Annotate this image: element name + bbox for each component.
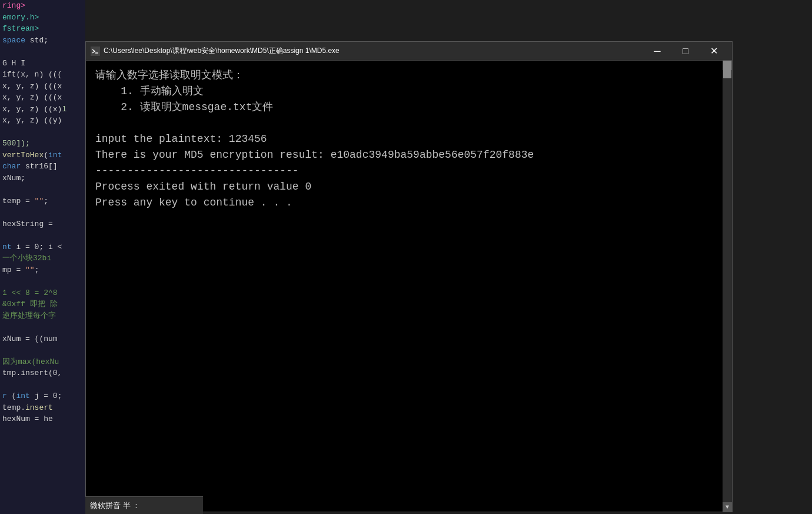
code-line <box>2 127 83 138</box>
ime-bar: 微软拼音 半 ： <box>85 496 203 514</box>
code-line: fstream> <box>2 23 83 35</box>
console-line-empty1 <box>95 115 713 131</box>
code-line: xNum = ((num <box>2 333 83 345</box>
code-line: tmp.insert(0, <box>2 367 83 379</box>
code-line: char str16[] <box>2 161 83 173</box>
titlebar-left: C:\Users\lee\Desktop\课程\web安全\homework\M… <box>91 46 340 56</box>
code-line: 1 << 8 = 2^8 <box>2 287 83 299</box>
code-line: ring> <box>2 0 83 12</box>
console-content-wrapper: 请输入数字选择读取明文模式： 1. 手动输入明文 2. 读取明文messgae.… <box>86 61 732 512</box>
console-line-input: input the plaintext: 123456 <box>95 131 713 147</box>
code-line: &0xff 即把 除 <box>2 299 83 310</box>
scrollbar-arrow-down[interactable]: ▼ <box>723 502 732 512</box>
ime-text: 微软拼音 半 ： <box>90 500 140 511</box>
console-line-separator: -------------------------------- <box>95 163 713 179</box>
console-app-icon <box>91 47 100 56</box>
code-line: ift(x, n) ((( <box>2 69 83 81</box>
code-line: vertToHex(int <box>2 150 83 161</box>
code-line: x, y, z) (((x <box>2 81 83 92</box>
console-scrollbar[interactable]: ▲ ▼ <box>723 61 732 512</box>
console-titlebar: C:\Users\lee\Desktop\课程\web安全\homework\M… <box>86 42 732 61</box>
console-line-option1: 1. 手动输入明文 <box>95 84 713 100</box>
scrollbar-thumb[interactable] <box>723 61 731 78</box>
code-line <box>2 344 83 356</box>
code-line <box>2 207 83 218</box>
code-line: temp = ""; <box>2 195 83 207</box>
console-line-continue: Press any key to continue . . . <box>95 195 713 211</box>
code-line: x, y, z) ((x)l <box>2 104 83 115</box>
code-line: x, y, z) (((x <box>2 92 83 104</box>
console-line-result: There is your MD5 encryption result: e10… <box>95 147 713 163</box>
code-line: G H I <box>2 58 83 69</box>
code-line: temp.insert <box>2 402 83 414</box>
code-editor-background: ring> emory.h> fstream> space std; G H I… <box>0 0 85 514</box>
console-line-prompt: 请输入数字选择读取明文模式： <box>95 68 713 84</box>
console-window: C:\Users\lee\Desktop\课程\web安全\homework\M… <box>85 41 733 512</box>
console-line-exit: Process exited with return value 0 <box>95 179 713 195</box>
code-line <box>2 184 83 195</box>
code-line: 逆序处理每个字 <box>2 310 83 322</box>
code-line <box>2 379 83 391</box>
code-line: nt i = 0; i < <box>2 241 83 253</box>
code-line: emory.h> <box>2 12 83 24</box>
console-output[interactable]: 请输入数字选择读取明文模式： 1. 手动输入明文 2. 读取明文messgae.… <box>86 61 723 512</box>
titlebar-controls: ─ □ ✕ <box>644 42 727 61</box>
code-line <box>2 230 83 241</box>
code-line <box>2 321 83 333</box>
code-line <box>2 46 83 58</box>
console-line-option2: 2. 读取明文messgae.txt文件 <box>95 100 713 115</box>
close-button[interactable]: ✕ <box>700 42 727 61</box>
code-line: mp = ""; <box>2 264 83 276</box>
minimize-button[interactable]: ─ <box>644 42 671 61</box>
code-line: r (int j = 0; <box>2 390 83 402</box>
code-line: 500]); <box>2 138 83 150</box>
console-title: C:\Users\lee\Desktop\课程\web安全\homework\M… <box>104 46 340 56</box>
code-line: hexString = <box>2 218 83 230</box>
code-line: xNum; <box>2 173 83 184</box>
code-line: hexNum = he <box>2 413 83 425</box>
code-line <box>2 276 83 287</box>
code-line: space std; <box>2 35 83 47</box>
code-line: 因为max(hexNu <box>2 356 83 368</box>
code-lines: ring> emory.h> fstream> space std; G H I… <box>0 0 85 425</box>
code-line: x, y, z) ((y) <box>2 115 83 127</box>
code-line: 一个小块32bi <box>2 253 83 264</box>
maximize-button[interactable]: □ <box>672 42 699 61</box>
